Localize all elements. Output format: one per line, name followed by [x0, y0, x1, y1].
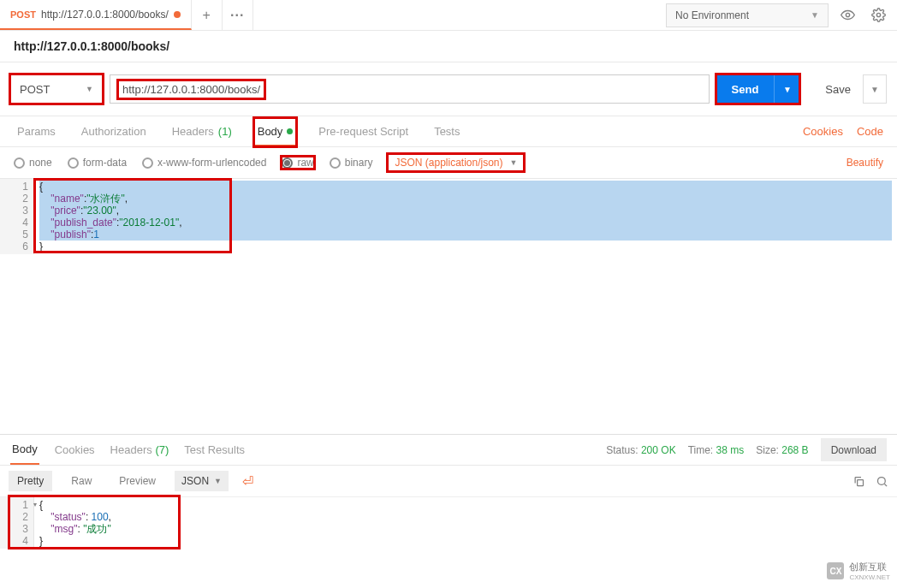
copy-icon [852, 475, 865, 488]
body-opt-raw[interactable]: raw [282, 157, 313, 169]
svg-point-1 [876, 13, 880, 16]
code-line: "msg": "成功" [39, 523, 892, 535]
environment-dropdown[interactable]: No Environment ▼ [666, 3, 829, 27]
code-line: "publish_date":"2018-12-01", [39, 217, 892, 229]
search-button[interactable] [876, 475, 888, 488]
body-opt-binary[interactable]: binary [330, 157, 373, 169]
code-line: { [39, 181, 892, 193]
body-opt-xform[interactable]: x-www-form-urlencoded [142, 157, 266, 169]
tab-params[interactable]: Params [14, 118, 59, 145]
svg-point-0 [846, 13, 849, 16]
tab-headers[interactable]: Headers (1) [169, 118, 235, 145]
view-pretty[interactable]: Pretty [9, 471, 52, 491]
method-dropdown[interactable]: POST ▼ [10, 74, 103, 104]
beautify-button[interactable]: Beautify [847, 157, 883, 169]
caret-down-icon: ▼ [510, 158, 518, 167]
code-line: } [39, 241, 892, 252]
tabs-menu-button[interactable]: ··· [223, 0, 253, 30]
code-line: "status": 100, [39, 511, 892, 523]
tab-prerequest[interactable]: Pre-request Script [315, 118, 412, 145]
radio-icon [330, 157, 341, 169]
response-tab-testresults[interactable]: Test Results [184, 443, 245, 456]
settings-button[interactable] [866, 3, 890, 27]
watermark: CX 创新互联 CXNXW.NET [827, 561, 890, 581]
status-group: Status: 200 OK [606, 444, 675, 456]
size-group: Size: 268 B [756, 444, 808, 456]
time-group: Time: 38 ms [688, 444, 745, 456]
code-line: "publish":1 [39, 229, 892, 241]
tab-tests[interactable]: Tests [431, 118, 463, 145]
tab-method: POST [10, 9, 36, 20]
response-body-editor[interactable]: 1 2 3 4 { "status": 100, "msg": "成功" } [0, 497, 897, 549]
eye-icon [841, 8, 855, 22]
gutter: 1 2 3 4 5 6 [0, 179, 34, 254]
new-tab-button[interactable]: + [192, 0, 223, 30]
gear-icon [871, 8, 886, 22]
wrap-lines-button[interactable]: ⏎ [242, 473, 253, 490]
format-dropdown[interactable]: JSON▼ [175, 471, 229, 491]
tab-authorization[interactable]: Authorization [78, 118, 150, 145]
caret-down-icon: ▼ [214, 477, 222, 485]
code-line: "name":"水浒传", [39, 193, 892, 205]
logo-icon: CX [827, 562, 844, 579]
code-line: } [39, 535, 892, 547]
cookies-link[interactable]: Cookies [803, 125, 843, 138]
save-options-button[interactable]: ▼ [863, 74, 887, 104]
request-body-editor[interactable]: 1 2 3 4 5 6 { "name":"水浒传", "price":"23.… [0, 179, 897, 254]
response-tab-cookies[interactable]: Cookies [55, 443, 95, 456]
radio-selected-icon [282, 157, 293, 169]
svg-point-3 [878, 477, 886, 484]
response-tab-body[interactable]: Body [10, 435, 39, 465]
request-tab[interactable]: POST http://127.0.0.1:8000/books/ [0, 0, 192, 30]
send-button[interactable]: Send [716, 74, 775, 104]
method-value: POST [20, 83, 50, 96]
radio-icon [14, 157, 25, 169]
environment-label: No Environment [675, 9, 749, 21]
code-link[interactable]: Code [857, 125, 883, 138]
caret-down-icon: ▼ [811, 10, 819, 20]
caret-down-icon: ▼ [86, 85, 93, 93]
radio-icon [68, 157, 79, 169]
send-options-button[interactable]: ▼ [774, 74, 799, 104]
tab-body[interactable]: Body [254, 118, 297, 146]
download-button[interactable]: Download [821, 438, 887, 461]
tab-url: http://127.0.0.1:8000/books/ [41, 9, 169, 21]
content-type-dropdown[interactable]: JSON (application/json)▼ [388, 154, 524, 171]
view-raw[interactable]: Raw [62, 471, 100, 491]
unsaved-dot-icon [174, 11, 181, 18]
environment-quicklook-button[interactable] [835, 3, 859, 27]
body-opt-none[interactable]: none [14, 157, 52, 169]
gutter: 1 2 3 4 [0, 497, 34, 549]
body-opt-formdata[interactable]: form-data [68, 157, 127, 169]
code-line: "price":"23.00", [39, 205, 892, 217]
search-icon [876, 475, 888, 488]
view-preview[interactable]: Preview [110, 471, 164, 491]
send-label: Send [732, 83, 759, 96]
body-indicator-icon [287, 128, 293, 134]
url-input[interactable]: http://127.0.0.1:8000/books/ [110, 74, 710, 104]
request-title-row: http://127.0.0.1:8000/books/ [0, 31, 897, 62]
save-label: Save [825, 83, 851, 96]
save-button[interactable]: Save [813, 74, 863, 104]
request-title: http://127.0.0.1:8000/books/ [14, 39, 169, 53]
svg-rect-2 [858, 479, 864, 485]
response-tab-headers[interactable]: Headers (7) [110, 443, 169, 456]
url-highlight: http://127.0.0.1:8000/books/ [119, 81, 264, 98]
copy-button[interactable] [852, 475, 865, 488]
url-text: http://127.0.0.1:8000/books/ [122, 83, 260, 96]
code-line: { [39, 499, 892, 511]
radio-icon [142, 157, 153, 169]
